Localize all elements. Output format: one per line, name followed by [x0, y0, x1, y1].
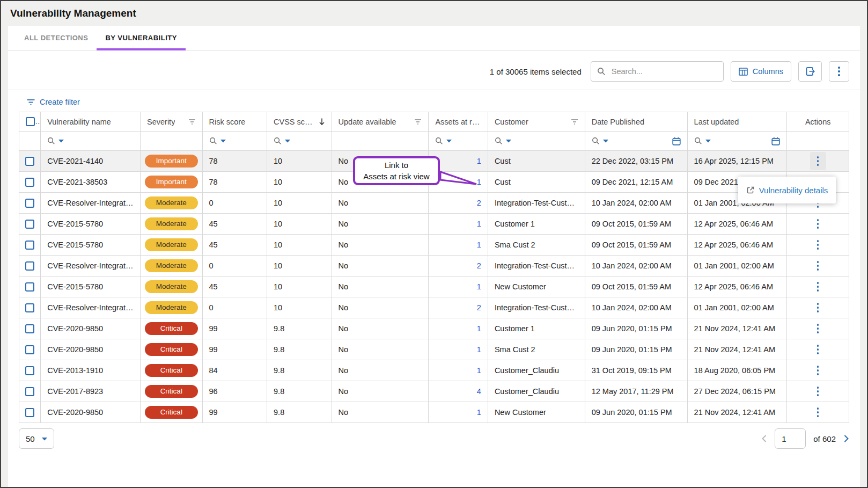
row-actions-button[interactable]	[810, 236, 826, 254]
filter-cell-published	[585, 132, 687, 151]
page-total-label: of 602	[813, 434, 836, 443]
risk-score-cell: 45	[202, 214, 267, 235]
severity-badge: Moderate	[145, 196, 198, 210]
columns-button[interactable]: Columns	[731, 61, 791, 82]
table-row: CVE-2013-1910Critical849.8No1Customer_Cl…	[19, 360, 849, 381]
row-checkbox[interactable]	[25, 241, 34, 250]
assets-at-risk-link[interactable]: 1	[477, 324, 481, 333]
column-filter-icon[interactable]	[414, 119, 422, 125]
column-header-customer: Customer	[488, 112, 585, 132]
date-published-cell: 09 Oct 2015, 01:59 AM	[585, 235, 687, 256]
row-select-cell	[19, 381, 41, 402]
row-actions-button[interactable]	[810, 152, 826, 170]
customer-cell: Sma Cust 2	[488, 235, 585, 256]
row-checkbox[interactable]	[25, 282, 34, 292]
calendar-icon[interactable]	[672, 137, 681, 145]
row-actions-button[interactable]	[810, 298, 826, 317]
page-number-input[interactable]	[775, 428, 806, 449]
row-checkbox[interactable]	[25, 303, 34, 312]
row-actions-button[interactable]	[810, 403, 826, 421]
vulnerability-name-cell: CVE-2020-9850	[41, 318, 141, 339]
search-box[interactable]	[591, 61, 724, 82]
row-checkbox[interactable]	[25, 199, 34, 208]
tab-by-vulnerability[interactable]: BY VULNERABILITY	[97, 26, 185, 50]
tab-all-detections[interactable]: ALL DETECTIONS	[16, 26, 97, 50]
row-actions-button[interactable]	[810, 319, 826, 338]
column-filter-icon[interactable]	[188, 119, 196, 125]
column-search-button[interactable]	[435, 137, 452, 145]
column-search-button[interactable]	[495, 137, 511, 145]
row-actions-button[interactable]	[810, 382, 826, 400]
assets-at-risk-link[interactable]: 1	[477, 220, 481, 228]
row-checkbox[interactable]	[25, 157, 34, 166]
row-select-cell	[19, 318, 41, 339]
assets-at-risk-link[interactable]: 1	[477, 366, 481, 375]
next-page-button[interactable]	[843, 434, 849, 443]
row-checkbox[interactable]	[25, 345, 34, 354]
previous-page-button[interactable]	[761, 434, 767, 443]
assets-at-risk-link[interactable]: 2	[477, 199, 481, 207]
row-checkbox[interactable]	[25, 408, 34, 417]
assets-at-risk-cell: 1	[429, 318, 488, 339]
export-icon	[805, 66, 815, 77]
toolbar-overflow-button[interactable]	[829, 61, 849, 82]
vulnerability-name-cell: CVE-2013-1910	[41, 360, 141, 381]
assets-at-risk-link[interactable]: 1	[477, 241, 481, 249]
row-checkbox[interactable]	[25, 366, 34, 375]
row-actions-button[interactable]	[810, 340, 826, 359]
risk-score-cell: 45	[202, 276, 267, 297]
column-search-button[interactable]	[694, 137, 711, 145]
chevron-down-icon	[603, 139, 608, 143]
severity-badge: Moderate	[145, 217, 198, 231]
create-filter-link[interactable]: Create filter	[19, 90, 80, 112]
column-label-customer: Customer	[495, 118, 528, 126]
update-available-cell: No	[332, 297, 429, 318]
assets-at-risk-link[interactable]: 1	[477, 157, 481, 165]
row-checkbox[interactable]	[25, 387, 34, 396]
column-label-name: Vulnerability name	[47, 118, 111, 126]
assets-at-risk-link[interactable]: 1	[477, 282, 481, 291]
column-header-name: Vulnerability name	[41, 112, 141, 132]
row-actions-button[interactable]	[810, 361, 826, 380]
severity-badge: Moderate	[145, 280, 198, 294]
cvss-score-cell: 9.8	[267, 402, 332, 423]
row-actions-button[interactable]	[810, 215, 826, 233]
customer-cell: Cust	[488, 172, 585, 193]
assets-at-risk-link[interactable]: 1	[477, 408, 481, 417]
select-all-checkbox[interactable]	[26, 117, 35, 126]
row-checkbox[interactable]	[25, 261, 34, 271]
column-search-button[interactable]	[592, 137, 608, 145]
last-updated-cell: 01 Jan 2001, 02:00 AM	[687, 297, 787, 318]
column-search-button[interactable]	[209, 137, 226, 145]
customer-cell: Integration-Test-Custom...	[488, 256, 585, 276]
annotation-callout: Link to Assets at risk view	[353, 156, 440, 185]
assets-at-risk-link[interactable]: 4	[477, 387, 481, 396]
column-search-button[interactable]	[274, 137, 290, 145]
toolbar: 1 of 30065 items selected Columns	[8, 50, 860, 90]
last-updated-cell: 12 Apr 2025, 06:46 AM	[687, 214, 787, 235]
date-published-cell: 09 Jun 2020, 01:15 PM	[585, 339, 687, 360]
risk-score-cell: 78	[202, 172, 267, 193]
row-checkbox[interactable]	[25, 178, 34, 187]
row-actions-button[interactable]	[810, 257, 826, 275]
actions-cell	[787, 339, 849, 360]
page-size-select[interactable]: 50	[19, 428, 54, 449]
row-actions-menu[interactable]: Vulnerability details	[738, 177, 836, 203]
table-row: CVE-2020-9850Critical999.8No1Customer 10…	[19, 318, 849, 339]
risk-score-cell: 0	[202, 297, 267, 318]
export-button[interactable]	[798, 61, 822, 82]
row-actions-button[interactable]	[810, 278, 826, 296]
customer-cell: Customer_Claudiu	[488, 360, 585, 381]
row-checkbox[interactable]	[25, 324, 34, 333]
column-search-button[interactable]	[47, 137, 64, 145]
customer-cell: Integration-Test-Custom...	[488, 193, 585, 214]
assets-at-risk-link[interactable]: 2	[477, 303, 481, 312]
severity-badge: Critical	[145, 406, 198, 419]
row-checkbox[interactable]	[25, 220, 34, 229]
column-filter-icon[interactable]	[571, 119, 578, 125]
assets-at-risk-link[interactable]: 1	[477, 345, 481, 354]
assets-at-risk-link[interactable]: 2	[477, 261, 481, 270]
search-input[interactable]	[610, 67, 717, 76]
cvss-score-cell: 10	[267, 256, 332, 276]
calendar-icon[interactable]	[771, 137, 780, 145]
